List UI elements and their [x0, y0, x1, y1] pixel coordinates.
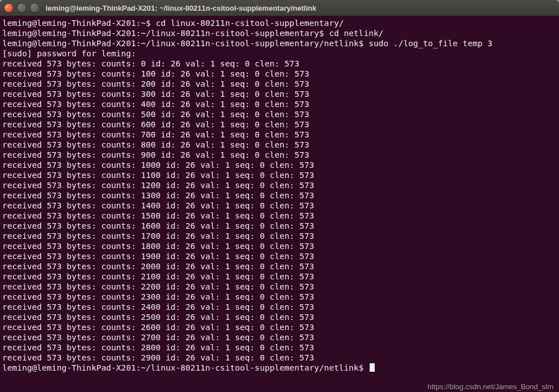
cursor-icon: [370, 363, 375, 372]
log-line: received 573 bytes: counts: 0 id: 26 val…: [2, 59, 557, 69]
log-line: received 573 bytes: counts: 600 id: 26 v…: [2, 119, 557, 130]
prompt: leming@leming-ThinkPad-X201:~/linux-8021…: [2, 363, 369, 372]
log-line: received 573 bytes: counts: 1100 id: 26 …: [2, 170, 557, 180]
maximize-icon[interactable]: [30, 4, 39, 12]
terminal-body[interactable]: leming@leming-ThinkPad-X201:~$ cd linux-…: [0, 16, 559, 392]
log-line: received 573 bytes: counts: 500 id: 26 v…: [2, 109, 557, 119]
command: sudo ./log_to_file temp 3: [369, 38, 493, 48]
log-line: received 573 bytes: counts: 1200 id: 26 …: [2, 180, 557, 190]
command: cd netlink/: [329, 28, 384, 38]
log-line: received 573 bytes: counts: 400 id: 26 v…: [2, 99, 557, 109]
log-line: received 573 bytes: counts: 200 id: 26 v…: [2, 79, 557, 89]
close-icon[interactable]: [5, 4, 13, 12]
prompt: leming@leming-ThinkPad-X201:~$: [2, 18, 156, 28]
prompt-line: leming@leming-ThinkPad-X201:~/linux-8021…: [2, 28, 557, 38]
log-line: received 573 bytes: counts: 1400 id: 26 …: [2, 201, 557, 211]
prompt: leming@leming-ThinkPad-X201:~/linux-8021…: [2, 38, 369, 48]
window-title: leming@leming-ThinkPad-X201: ~/linux-802…: [46, 4, 316, 12]
log-line: received 573 bytes: counts: 1000 id: 26 …: [2, 160, 557, 170]
log-line: received 573 bytes: counts: 2900 id: 26 …: [2, 353, 557, 363]
log-line: received 573 bytes: counts: 900 id: 26 v…: [2, 150, 557, 160]
minimize-icon[interactable]: [17, 4, 26, 12]
log-line: received 573 bytes: counts: 1700 id: 26 …: [2, 231, 557, 241]
log-line: received 573 bytes: counts: 100 id: 26 v…: [2, 69, 557, 79]
titlebar: leming@leming-ThinkPad-X201: ~/linux-802…: [0, 0, 559, 16]
prompt: leming@leming-ThinkPad-X201:~/linux-8021…: [2, 28, 329, 38]
prompt-line: leming@leming-ThinkPad-X201:~$ cd linux-…: [2, 18, 557, 28]
log-line: received 573 bytes: counts: 1900 id: 26 …: [2, 251, 557, 261]
watermark: https://blog.csdn.net/James_Bond_slm: [428, 382, 553, 391]
log-line: received 573 bytes: counts: 1600 id: 26 …: [2, 221, 557, 231]
log-line: received 573 bytes: counts: 2100 id: 26 …: [2, 271, 557, 282]
log-line: received 573 bytes: counts: 2600 id: 26 …: [2, 322, 557, 332]
log-line: received 573 bytes: counts: 2300 id: 26 …: [2, 292, 557, 302]
log-line: received 573 bytes: counts: 300 id: 26 v…: [2, 89, 557, 99]
log-line: received 573 bytes: counts: 2200 id: 26 …: [2, 282, 557, 292]
log-line: received 573 bytes: counts: 1300 id: 26 …: [2, 190, 557, 201]
prompt-line: leming@leming-ThinkPad-X201:~/linux-8021…: [2, 38, 557, 48]
log-line: received 573 bytes: counts: 800 id: 26 v…: [2, 140, 557, 150]
log-line: received 573 bytes: counts: 2500 id: 26 …: [2, 312, 557, 322]
terminal-window: leming@leming-ThinkPad-X201: ~/linux-802…: [0, 0, 559, 392]
command: cd linux-80211n-csitool-supplementary/: [156, 18, 344, 28]
log-line: received 573 bytes: counts: 2000 id: 26 …: [2, 261, 557, 271]
log-line: received 573 bytes: counts: 2700 id: 26 …: [2, 332, 557, 342]
log-line: received 573 bytes: counts: 700 id: 26 v…: [2, 130, 557, 140]
sudo-prompt: [sudo] password for leming:: [2, 48, 557, 59]
log-line: received 573 bytes: counts: 2800 id: 26 …: [2, 342, 557, 353]
log-line: received 573 bytes: counts: 2400 id: 26 …: [2, 302, 557, 312]
log-line: received 573 bytes: counts: 1800 id: 26 …: [2, 241, 557, 251]
prompt-line: leming@leming-ThinkPad-X201:~/linux-8021…: [2, 363, 557, 373]
log-line: received 573 bytes: counts: 1500 id: 26 …: [2, 211, 557, 221]
